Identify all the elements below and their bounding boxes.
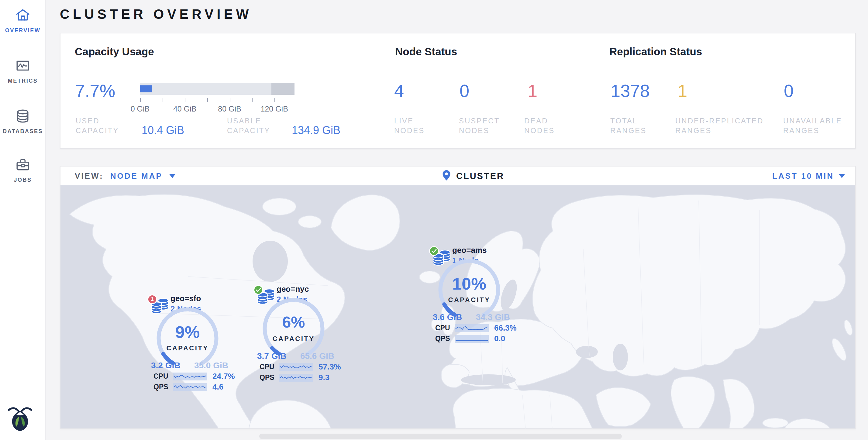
qps-value: 0.0	[494, 334, 505, 343]
suspect-nodes-count: 0	[460, 82, 469, 100]
gauge-percent: 10%	[437, 275, 501, 292]
gauge-used-value: 3.7 GiB	[257, 351, 286, 361]
used-capacity-value: 10.4 GiB	[142, 124, 184, 137]
cluster-breadcrumb[interactable]: CLUSTER	[456, 171, 504, 181]
bar-tick-label: 0 GiB	[122, 104, 158, 113]
jobs-icon	[15, 157, 30, 174]
cpu-value: 66.3%	[494, 323, 517, 333]
healthy-node-badge	[253, 285, 263, 295]
locality-name[interactable]: geo=nyc	[277, 284, 309, 294]
horizontal-scrollbar[interactable]	[259, 434, 622, 439]
dead-nodes-label: DEADNODES	[524, 116, 555, 135]
capacity-bar-tick-labels: 0 GiB40 GiB80 GiB120 GiB	[140, 104, 310, 114]
locality-ams[interactable]: geo=ams 1 Node 10% CAPACITY 3.6 GiB 34.3…	[429, 244, 517, 348]
view-selector[interactable]: NODE MAP	[110, 171, 163, 181]
view-label: VIEW:	[75, 171, 104, 181]
qps-value: 4.6	[212, 382, 223, 392]
gauge-total-value: 34.3 GiB	[476, 312, 510, 322]
healthy-node-badge	[429, 246, 439, 256]
node-map-card: VIEW: NODE MAP CLUSTER LAST 10 MIN	[60, 166, 856, 429]
chevron-down-icon[interactable]	[169, 174, 175, 178]
world-map[interactable]: 1 geo=sfo 2 Nodes	[60, 185, 855, 429]
gauge-capacity-label: CAPACITY	[262, 335, 326, 343]
sidebar-item-databases[interactable]: DATABASES	[0, 108, 45, 135]
qps-sparkline	[455, 335, 489, 343]
cpu-sparkline	[455, 324, 489, 332]
dead-nodes-count: 1	[528, 82, 537, 100]
gauge-used-value: 3.2 GiB	[151, 361, 180, 370]
sidebar-item-label: OVERVIEW	[0, 27, 45, 34]
locality-name[interactable]: geo=sfo	[170, 294, 201, 303]
suspect-nodes-label: SUSPECTNODES	[459, 116, 500, 135]
gauge-percent: 9%	[156, 324, 219, 341]
cpu-sparkline	[173, 373, 207, 380]
qps-label: QPS	[435, 335, 454, 343]
gauge-total-value: 35.0 GiB	[194, 361, 228, 370]
bar-tick-label: 80 GiB	[212, 104, 248, 113]
node-status-title: Node Status	[395, 45, 457, 58]
replication-status-title: Replication Status	[609, 45, 702, 58]
bar-tick	[163, 98, 163, 102]
live-nodes-count: 4	[394, 82, 404, 100]
qps-sparkline	[279, 374, 313, 382]
sidebar: OVERVIEW METRICS DATABASES	[0, 0, 45, 440]
locality-nyc[interactable]: geo=nyc 2 Nodes 6% CAPACITY 3.7 GiB 65.6…	[253, 283, 342, 386]
bar-tick	[140, 98, 141, 102]
locality-name[interactable]: geo=ams	[452, 246, 487, 255]
capacity-bar-reserved	[271, 83, 294, 95]
bar-tick	[230, 98, 230, 102]
cockroachdb-logo	[8, 405, 32, 432]
page-title: CLUSTER OVERVIEW	[60, 7, 252, 22]
gauge-capacity-label: CAPACITY	[156, 344, 219, 352]
cpu-label: CPU	[153, 372, 172, 380]
gauge-used-value: 3.6 GiB	[433, 312, 462, 322]
dead-node-badge: 1	[147, 294, 157, 304]
qps-label: QPS	[259, 373, 278, 382]
map-pin-icon	[442, 170, 451, 182]
summary-card: Capacity Usage 7.7% 0 GiB40 GiB80 GiB120…	[60, 33, 856, 149]
locality-sfo[interactable]: 1 geo=sfo 2 Nodes	[147, 293, 236, 396]
bar-tick-label: 40 GiB	[166, 104, 203, 113]
view-bar: VIEW: NODE MAP CLUSTER LAST 10 MIN	[60, 166, 855, 185]
sidebar-item-metrics[interactable]: METRICS	[0, 58, 45, 84]
bar-tick	[274, 98, 275, 102]
capacity-bar	[140, 83, 294, 95]
sidebar-item-jobs[interactable]: JOBS	[0, 157, 45, 183]
home-icon	[15, 7, 30, 24]
metrics-icon	[15, 58, 30, 75]
capacity-usage-title: Capacity Usage	[75, 45, 154, 58]
cpu-label: CPU	[435, 324, 454, 332]
cpu-sparkline	[279, 363, 313, 371]
capacity-bar-ticks	[140, 98, 294, 102]
chevron-down-icon	[839, 174, 845, 178]
under-replicated-ranges-label: UNDER-REPLICATEDRANGES	[675, 116, 764, 135]
bar-tick	[252, 98, 253, 102]
usable-capacity-value: 134.9 GiB	[292, 124, 340, 137]
databases-icon	[15, 108, 30, 125]
time-range-selector[interactable]: LAST 10 MIN	[772, 166, 845, 185]
bar-tick	[185, 98, 185, 102]
sidebar-item-label: JOBS	[0, 177, 45, 183]
cpu-value: 24.7%	[212, 372, 235, 381]
used-capacity-label: USEDCAPACITY	[76, 116, 119, 135]
live-nodes-label: LIVENODES	[394, 116, 425, 135]
under-replicated-ranges-count: 1	[677, 82, 687, 100]
gauge-capacity-label: CAPACITY	[437, 296, 501, 304]
usable-capacity-label: USABLECAPACITY	[227, 116, 270, 135]
sidebar-item-label: DATABASES	[0, 128, 45, 135]
sidebar-item-overview[interactable]: OVERVIEW	[0, 7, 45, 34]
bar-tick	[207, 98, 208, 102]
bar-tick-label: 120 GiB	[256, 104, 293, 113]
gauge-total-value: 65.6 GiB	[300, 351, 334, 361]
total-ranges-label: TOTALRANGES	[610, 116, 646, 135]
cpu-value: 57.3%	[318, 362, 341, 372]
unavailable-ranges-count: 0	[784, 82, 794, 100]
cpu-label: CPU	[259, 363, 278, 371]
sidebar-item-label: METRICS	[0, 78, 45, 84]
qps-label: QPS	[153, 383, 172, 391]
unavailable-ranges-label: UNAVAILABLERANGES	[783, 116, 842, 135]
capacity-bar-fill	[140, 85, 152, 92]
capacity-percent: 7.7%	[75, 82, 115, 100]
qps-sparkline	[173, 383, 207, 391]
gauge-percent: 6%	[262, 314, 326, 330]
